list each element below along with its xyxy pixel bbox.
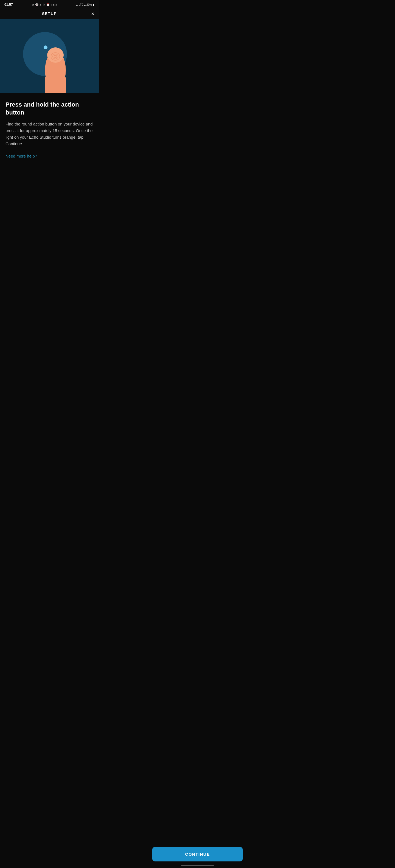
bluetooth-icon: ⎈ (53, 3, 55, 6)
alarm-icon: ⏰ (46, 3, 50, 6)
description-text: Find the round action button on your dev… (5, 121, 93, 147)
dot-icon: · (42, 3, 43, 6)
status-right-icons: ▴ LTE ▴ 21% ▮ (76, 3, 94, 6)
content-area: Press and hold the action button Find th… (0, 93, 99, 186)
vibrate-icon: ⍑ (51, 3, 52, 6)
wifi-icon: ▴ (76, 3, 78, 6)
main-heading: Press and hold the action button (5, 101, 93, 117)
nav-title: SETUP (42, 11, 57, 16)
svg-rect-5 (45, 75, 66, 93)
instagram-icon: ● (39, 3, 41, 6)
illustration-area (0, 19, 99, 93)
battery-icon: ▮ (93, 3, 94, 6)
help-link[interactable]: Need more help? (5, 154, 37, 158)
location-icon: ● (55, 3, 57, 6)
status-time: 01:57 (4, 3, 13, 7)
status-icons: ✉ 👻 ● · N ⏰ ⍑ ⎈ ● (32, 3, 57, 6)
status-bar: 01:57 ✉ 👻 ● · N ⏰ ⍑ ⎈ ● ▴ LTE ▴ 21% ▮ (0, 0, 99, 8)
nfc-icon: N (43, 3, 45, 6)
finger-illustration (40, 45, 70, 93)
close-button[interactable]: × (91, 11, 94, 17)
signal-icon: ▴ (84, 3, 86, 6)
lte-icon: LTE (79, 3, 83, 6)
snapchat-icon: 👻 (35, 3, 38, 6)
battery-level: 21% (86, 3, 92, 6)
whatsapp-icon: ✉ (32, 3, 34, 6)
nav-bar: SETUP × (0, 8, 99, 19)
